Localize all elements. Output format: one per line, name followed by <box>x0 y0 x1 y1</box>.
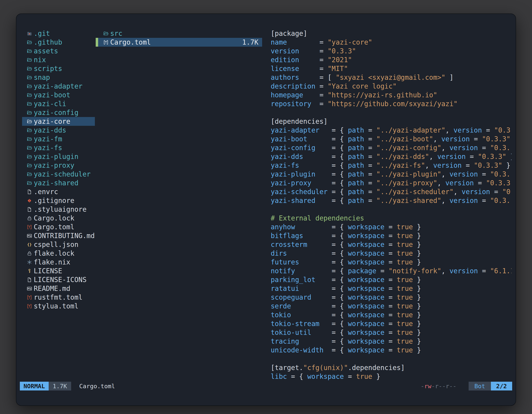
file-item-readme.md[interactable]: README.md <box>22 284 95 293</box>
folder-icon <box>27 108 34 117</box>
file-item-cargo.lock[interactable]: Cargo.lock <box>22 214 95 222</box>
file-item-rustfmt.toml[interactable]: rustfmt.toml <box>22 293 95 302</box>
preview-line: yazi-adapter = { path = "../yazi-adapter… <box>271 126 512 135</box>
dir-item-yazi-fs[interactable]: yazi-fs <box>22 143 95 152</box>
lock-icon <box>27 249 34 258</box>
item-label: yazi-scheduler <box>34 170 91 179</box>
file-item-flake.lock[interactable]: flake.lock <box>22 249 95 258</box>
preview-line: ratatui = { workspace = true } <box>271 284 512 293</box>
status-bar: NORMAL 1.7K Cargo.toml -rw-r--r-- Bot 2/… <box>20 382 512 390</box>
folder-icon <box>27 179 34 187</box>
dir-item-yazi-proxy[interactable]: yazi-proxy <box>22 161 95 170</box>
file-item-cargo.toml[interactable]: Cargo.toml <box>22 222 95 231</box>
item-label: .styluaignore <box>34 205 86 214</box>
file-item-cargo.toml[interactable]: Cargo.toml1.7K <box>96 38 262 47</box>
item-label: README.md <box>34 284 70 293</box>
item-label: yazi-proxy <box>34 161 75 170</box>
item-label: .git <box>34 29 50 38</box>
parent-pane: .git.githubassetsnixscriptssnapyazi-adap… <box>22 29 95 310</box>
item-label: scripts <box>34 64 62 73</box>
item-label: stylua.toml <box>34 302 78 310</box>
preview-line: homepage = "https://yazi-rs.github.io" <box>271 91 512 99</box>
preview-line <box>271 108 512 117</box>
item-label: yazi-shared <box>34 179 78 187</box>
preview-line: libc = { workspace = true } <box>271 372 512 381</box>
file-item-stylua.toml[interactable]: stylua.toml <box>22 302 95 310</box>
dir-item-yazi-core[interactable]: yazi-core <box>22 117 95 126</box>
preview-line: [target."cfg(unix)".dependencies] <box>271 363 512 372</box>
preview-line: parking_lot = { workspace = true } <box>271 275 512 284</box>
preview-line: yazi-plugin = { path = "../yazi-plugin",… <box>271 170 512 179</box>
preview-line: crossterm = { workspace = true } <box>271 240 512 249</box>
preview-pane: [package]name = "yazi-core"version = "0.… <box>271 29 512 381</box>
file-item-license[interactable]: LICENSE <box>22 267 95 275</box>
preview-line: edition = "2021" <box>271 55 512 64</box>
dir-item-src[interactable]: src <box>96 29 262 38</box>
file-item-.gitignore[interactable]: .gitignore <box>22 196 95 205</box>
dir-item-.git[interactable]: .git <box>22 29 95 38</box>
file-item-license-icons[interactable]: LICENSE-ICONS <box>22 275 95 284</box>
dir-item-yazi-dds[interactable]: yazi-dds <box>22 126 95 135</box>
item-label: src <box>110 29 123 38</box>
item-label: assets <box>34 47 58 55</box>
dir-item-assets[interactable]: assets <box>22 47 95 55</box>
key-icon <box>27 267 34 275</box>
folder-icon <box>27 55 34 64</box>
folder-icon <box>27 64 34 73</box>
file-icon <box>27 187 34 196</box>
dir-item-.github[interactable]: .github <box>22 38 95 47</box>
preview-line: yazi-shared = { path = "../yazi-shared",… <box>271 196 512 205</box>
folder-icon <box>27 143 34 152</box>
preview-line: tokio-util = { workspace = true } <box>271 328 512 337</box>
preview-line <box>271 355 512 363</box>
folder-icon <box>27 170 34 179</box>
item-label: Cargo.toml <box>110 38 151 47</box>
dir-item-yazi-plugin[interactable]: yazi-plugin <box>22 152 95 161</box>
terminal-window: .git.githubassetsnixscriptssnapyazi-adap… <box>16 13 516 406</box>
folder-icon <box>27 135 34 143</box>
folder-icon <box>27 99 34 108</box>
file-item-contributing.md[interactable]: CONTRIBUTING.md <box>22 231 95 240</box>
folder-icon <box>27 91 34 99</box>
dir-item-scripts[interactable]: scripts <box>22 64 95 73</box>
preview-line: bitflags = { workspace = true } <box>271 231 512 240</box>
dir-item-snap[interactable]: snap <box>22 73 95 82</box>
file-size: 1.7K <box>242 38 258 47</box>
folder-icon <box>27 126 34 135</box>
file-item-cspell.json[interactable]: {}cspell.json <box>22 240 95 249</box>
preview-line: scopeguard = { workspace = true } <box>271 293 512 302</box>
item-label: Cargo.toml <box>34 222 75 231</box>
dir-item-yazi-fm[interactable]: yazi-fm <box>22 135 95 143</box>
preview-line: version = "0.3.3" <box>271 47 512 55</box>
dir-item-nix[interactable]: nix <box>22 55 95 64</box>
item-label: yazi-plugin <box>34 152 78 161</box>
file-item-.styluaignore[interactable]: .styluaignore <box>22 205 95 214</box>
dir-item-yazi-adapter[interactable]: yazi-adapter <box>22 82 95 91</box>
dir-item-yazi-boot[interactable]: yazi-boot <box>22 91 95 99</box>
preview-line: dirs = { workspace = true } <box>271 249 512 258</box>
preview-line: unicode-width = { workspace = true } <box>271 346 512 355</box>
file-item-flake.nix[interactable]: flake.nix <box>22 258 95 267</box>
item-label: .gitignore <box>34 196 75 205</box>
file-size-badge: 1.7K <box>49 382 71 390</box>
toml-icon <box>27 293 34 302</box>
item-label: cspell.json <box>34 240 78 249</box>
file-permissions: -rw-r--r-- <box>421 382 456 390</box>
preview-line: yazi-boot = { path = "../yazi-boot", ver… <box>271 135 512 143</box>
toml-icon <box>27 302 34 310</box>
item-label: flake.lock <box>34 249 75 258</box>
file-icon <box>27 205 34 214</box>
preview-line: futures = { workspace = true } <box>271 258 512 267</box>
dir-item-yazi-scheduler[interactable]: yazi-scheduler <box>22 170 95 179</box>
dir-item-yazi-shared[interactable]: yazi-shared <box>22 179 95 187</box>
file-item-.envrc[interactable]: .envrc <box>22 187 95 196</box>
desktop: { "colors": { "desktop_bg": "#39393b", "… <box>0 0 532 414</box>
selection-marker <box>96 38 98 47</box>
preview-line: tracing = { workspace = true } <box>271 337 512 346</box>
dir-item-yazi-cli[interactable]: yazi-cli <box>22 99 95 108</box>
item-label: yazi-config <box>34 108 78 117</box>
item-label: yazi-core <box>34 117 70 126</box>
preview-line: serde = { workspace = true } <box>271 302 512 310</box>
git-icon <box>27 196 34 205</box>
dir-item-yazi-config[interactable]: yazi-config <box>22 108 95 117</box>
